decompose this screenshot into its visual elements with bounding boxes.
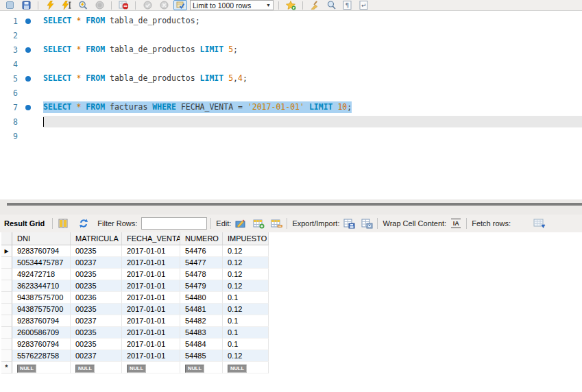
rollback-icon[interactable] [157,0,171,10]
table-row[interactable]: 94387575700002352017-01-01544810.12 [1,304,269,315]
table-cell[interactable]: 2017-01-01 [122,292,180,304]
table-row[interactable]: 9283760794002372017-01-01544820.1 [1,315,269,327]
execute-current-statement-icon[interactable] [60,0,73,10]
editor-line[interactable]: 7SELECT * FROM facturas WHERE FECHA_VENT… [0,100,582,114]
beautify-icon[interactable] [308,0,322,10]
table-cell[interactable]: 2017-01-01 [122,327,180,339]
table-row[interactable]: 9283760794002352017-01-01544840.1 [1,339,269,350]
table-cell[interactable]: 0.12 [223,269,269,280]
table-cell[interactable]: 9283760794 [12,245,71,257]
table-row[interactable]: ▶9283760794002352017-01-01544760.12 [1,245,269,257]
table-cell[interactable]: 492472718 [12,269,71,280]
table-cell[interactable]: 54481 [180,304,223,315]
editor-line[interactable]: 3SELECT * FROM tabla_de_productos LIMIT … [0,42,582,57]
code-text[interactable]: SELECT * FROM tabla_de_productos LIMIT 5… [43,73,582,84]
row-gutter[interactable] [1,292,12,304]
table-cell[interactable]: 00236 [71,292,122,304]
wrap-cell-content-icon[interactable]: IA [449,217,463,230]
table-cell[interactable]: 94387575700 [12,292,71,304]
table-cell[interactable]: 50534475787 [12,257,71,269]
save-icon[interactable] [19,0,33,10]
table-cell[interactable]: 54485 [180,350,223,362]
table-cell[interactable]: 0.12 [223,245,269,257]
editor-line[interactable]: 1SELECT * FROM tabla_de_productos; [0,14,582,28]
table-cell[interactable]: 54477 [180,257,223,269]
table-row[interactable]: 50534475787002372017-01-01544770.12 [1,257,269,269]
table-cell[interactable]: 2017-01-01 [122,304,180,315]
table-cell[interactable]: 2600586709 [12,327,71,339]
table-cell[interactable]: 9283760794 [12,339,71,350]
table-cell[interactable]: 2017-01-01 [122,315,180,327]
editor-line[interactable]: 2 [0,28,582,42]
column-header[interactable]: DNI [12,232,71,245]
table-cell[interactable]: 00235 [71,327,122,339]
column-header[interactable]: FECHA_VENTA [122,232,180,245]
code-text[interactable] [43,87,582,99]
table-cell[interactable]: 0.1 [223,327,269,339]
code-text[interactable] [43,116,582,127]
table-cell[interactable]: NULL [12,362,71,373]
table-cell[interactable]: 54478 [180,269,223,280]
table-cell[interactable]: 2017-01-01 [122,350,180,362]
edit-pencil-icon[interactable] [234,217,247,230]
table-cell[interactable]: 54484 [180,339,223,350]
execute-icon[interactable] [43,0,57,10]
table-cell[interactable]: 3623344710 [12,280,71,292]
column-header[interactable]: IMPUESTO [223,232,269,245]
find-icon[interactable] [324,0,338,10]
table-cell[interactable]: 54479 [180,280,223,292]
editor-line[interactable]: 8 [0,114,582,129]
table-cell[interactable]: 0.1 [223,315,269,327]
row-gutter[interactable] [1,315,12,327]
table-cell[interactable]: 54476 [180,245,223,257]
table-row[interactable]: 492472718002352017-01-01544780.12 [1,269,269,280]
row-gutter[interactable]: * [1,362,12,373]
table-cell[interactable]: 00235 [71,245,122,257]
editor-line[interactable]: 9 [0,129,582,143]
code-text[interactable] [43,130,582,142]
table-cell[interactable]: 2017-01-01 [122,245,180,257]
table-cell[interactable]: 2017-01-01 [122,269,180,280]
row-gutter[interactable] [1,339,12,350]
table-row[interactable]: 94387575700002362017-01-01544800.1 [1,292,269,304]
table-cell[interactable]: 0.1 [223,292,269,304]
row-gutter[interactable] [1,257,12,269]
table-row[interactable]: 5576228758002372017-01-01544850.12 [1,350,269,362]
refresh-icon[interactable] [77,217,90,230]
table-cell[interactable]: 54483 [180,327,223,339]
table-cell[interactable]: 0.12 [223,257,269,269]
stop-icon[interactable] [93,0,106,10]
editor-result-splitter[interactable] [0,199,582,215]
toggle-autocommit-icon[interactable] [173,0,187,10]
editor-line[interactable]: 6 [0,86,582,100]
row-gutter[interactable] [1,350,12,362]
explain-icon[interactable] [76,0,90,10]
row-gutter[interactable] [1,304,12,315]
row-gutter[interactable] [1,269,12,280]
new-script-icon[interactable] [3,0,16,10]
corner-gutter[interactable] [1,232,12,245]
commit-icon[interactable] [141,0,154,10]
splitter-handle[interactable] [7,203,582,206]
code-text[interactable] [43,58,582,70]
sql-editor[interactable]: 1SELECT * FROM tabla_de_productos;23SELE… [0,12,582,199]
import-records-icon[interactable] [360,217,374,230]
table-cell[interactable]: 54482 [180,315,223,327]
filter-rows-input[interactable] [141,217,207,230]
code-text[interactable]: SELECT * FROM tabla_de_productos; [43,15,582,27]
table-row[interactable]: 3623344710002352017-01-01544790.12 [1,280,269,292]
table-cell[interactable]: 00235 [71,269,122,280]
limit-rows-dropdown[interactable]: Limit to 1000 rows ▼ [190,0,274,10]
row-gutter[interactable] [1,280,12,292]
column-header[interactable]: NUMERO [180,232,223,245]
toggle-wrap-icon[interactable]: ↵ [357,0,371,10]
table-cell[interactable]: 00235 [71,280,122,292]
add-row-icon[interactable] [252,217,265,230]
table-cell[interactable]: 0.12 [223,304,269,315]
toggle-columns-icon[interactable] [56,217,70,230]
table-cell[interactable]: 00235 [71,304,122,315]
toggle-invisibles-icon[interactable]: ¶ [341,0,354,10]
table-cell[interactable]: 0.12 [223,280,269,292]
table-cell[interactable]: 00237 [71,350,122,362]
table-row[interactable]: 2600586709002352017-01-01544830.1 [1,327,269,339]
